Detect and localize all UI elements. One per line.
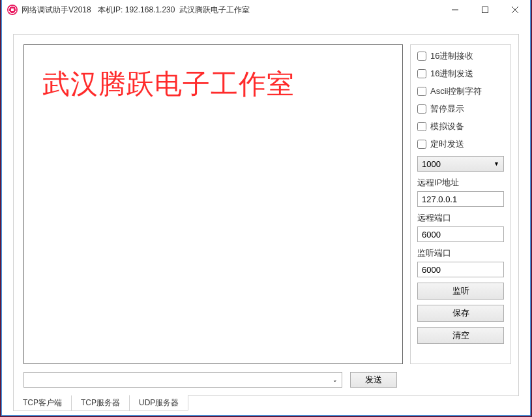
checkbox-hex-send[interactable]: 16进制发送 <box>417 68 504 80</box>
tab-tcp-server[interactable]: TCP服务器 <box>71 395 130 411</box>
clear-button[interactable]: 清空 <box>417 327 504 344</box>
checkbox-hex-send-input[interactable] <box>417 69 426 78</box>
checkbox-timed-send[interactable]: 定时发送 <box>417 138 504 150</box>
checkbox-hex-recv-input[interactable] <box>417 52 426 61</box>
tab-panel-udp-server: 武汉腾跃电子工作室 16进制接收 16进制发送 Ascii控制字符 暂停显示 <box>13 34 519 396</box>
window-controls <box>440 0 530 20</box>
checkbox-hex-recv[interactable]: 16进制接收 <box>417 50 504 62</box>
tab-bar: TCP客户端 TCP服务器 UDP服务器 <box>13 395 188 411</box>
checkbox-timed-send-label: 定时发送 <box>430 138 464 150</box>
app-window: 网络调试助手V2018 本机IP: 192.168.1.230 武汉腾跃电子工作… <box>1 0 531 416</box>
app-icon <box>7 5 18 15</box>
remote-ip-input[interactable] <box>417 191 504 207</box>
checkbox-ascii-ctrl[interactable]: Ascii控制字符 <box>417 85 504 97</box>
checkbox-hex-send-label: 16进制发送 <box>430 68 473 80</box>
label-remote-ip: 远程IP地址 <box>417 177 504 189</box>
send-input[interactable]: ⌄ <box>23 372 342 388</box>
minimize-icon <box>452 7 458 13</box>
interval-dropdown[interactable]: 1000 ▼ <box>417 156 504 172</box>
close-button[interactable] <box>500 0 530 20</box>
receive-display[interactable]: 武汉腾跃电子工作室 <box>23 44 403 364</box>
send-button[interactable]: 发送 <box>350 372 397 388</box>
client-area: 武汉腾跃电子工作室 16进制接收 16进制发送 Ascii控制字符 暂停显示 <box>2 20 530 415</box>
close-icon <box>512 7 518 13</box>
chevron-down-icon: ▼ <box>494 161 499 167</box>
interval-value: 1000 <box>422 159 441 169</box>
listen-port-input[interactable] <box>417 262 504 277</box>
tab-tcp-client[interactable]: TCP客户端 <box>13 395 72 411</box>
remote-port-input[interactable] <box>417 226 504 242</box>
label-listen-port: 监听端口 <box>417 247 504 259</box>
label-remote-port: 远程端口 <box>417 212 504 224</box>
checkbox-hex-recv-label: 16进制接收 <box>430 50 473 62</box>
minimize-button[interactable] <box>440 0 470 20</box>
watermark-text: 武汉腾跃电子工作室 <box>42 66 384 102</box>
save-button[interactable]: 保存 <box>417 305 504 322</box>
tab-udp-server[interactable]: UDP服务器 <box>129 395 188 410</box>
send-row: ⌄ 发送 <box>23 372 397 388</box>
checkbox-timed-send-input[interactable] <box>417 140 426 149</box>
window-title: 网络调试助手V2018 本机IP: 192.168.1.230 武汉腾跃电子工作… <box>22 5 250 16</box>
checkbox-sim-device-input[interactable] <box>417 122 426 131</box>
checkbox-sim-device[interactable]: 模拟设备 <box>417 121 504 132</box>
checkbox-pause[interactable]: 暂停显示 <box>417 103 504 115</box>
chevron-down-icon[interactable]: ⌄ <box>332 377 338 383</box>
checkbox-pause-label: 暂停显示 <box>430 103 464 115</box>
checkbox-pause-input[interactable] <box>417 104 426 114</box>
listen-button[interactable]: 监听 <box>417 283 504 300</box>
maximize-icon <box>482 7 488 13</box>
settings-panel: 16进制接收 16进制发送 Ascii控制字符 暂停显示 模拟设备 <box>410 44 511 364</box>
checkbox-sim-device-label: 模拟设备 <box>430 121 464 132</box>
checkbox-ascii-ctrl-label: Ascii控制字符 <box>430 85 482 97</box>
svg-rect-1 <box>482 7 488 13</box>
titlebar: 网络调试助手V2018 本机IP: 192.168.1.230 武汉腾跃电子工作… <box>2 0 530 20</box>
maximize-button[interactable] <box>470 0 500 20</box>
checkbox-ascii-ctrl-input[interactable] <box>417 87 426 96</box>
